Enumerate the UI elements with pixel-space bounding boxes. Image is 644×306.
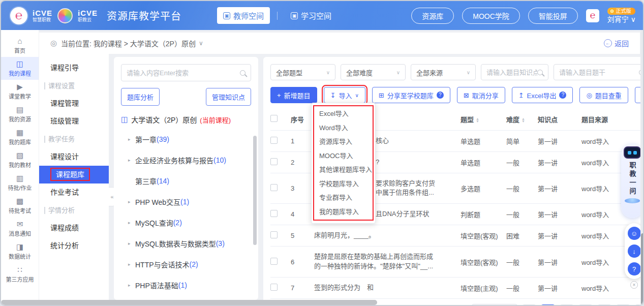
menu-item[interactable]: 课程设计 (39, 148, 109, 166)
sidebar-item-pending-exams[interactable]: ▩ 待批考试 (1, 194, 39, 217)
sidebar-item-my-textbooks[interactable]: ▧ 我的教材 (1, 148, 39, 171)
resource-library-link[interactable]: 资源库 (411, 8, 454, 24)
source-select[interactable]: 全部来源 ∨ (411, 64, 476, 80)
question-stem[interactable]: 楚辞是屈原在楚歌的基础上再创造而形成 的一种独特的新诗体。"楚辞体"又叫"__.… (314, 247, 461, 278)
username[interactable]: 刘宵宁 ∨ (607, 15, 636, 24)
menu-item[interactable]: 课程管理 (39, 95, 109, 112)
import-menu-item[interactable]: Excel导入 (312, 107, 375, 121)
search-icon[interactable] (240, 70, 246, 76)
help-icon[interactable]: ? (437, 91, 444, 99)
row-checkbox[interactable] (270, 258, 278, 265)
knowledge-search-input[interactable] (486, 69, 537, 76)
import-menu-item[interactable]: 学校题库导入 (312, 177, 375, 191)
difficulty-select[interactable]: 全部难度 ∨ (341, 64, 406, 80)
export-button[interactable]: ↥ Excel导出? (512, 87, 573, 103)
import-menu-item[interactable]: Word导入 (312, 121, 375, 135)
menu-item[interactable]: 作业考试 (39, 183, 109, 201)
mooc-college-link[interactable]: MOOC学院 (462, 8, 520, 24)
sidebar-item-home[interactable]: ⌂ 首页 (1, 34, 39, 57)
row-checkbox[interactable] (270, 184, 278, 191)
question-count: (1) (178, 281, 187, 289)
tree-scrollbar[interactable] (253, 136, 257, 245)
import-menu-item[interactable]: 其他课程题库导入 (312, 163, 375, 177)
smart-cast-link[interactable]: 智能投屏 (528, 8, 578, 24)
row-checkbox[interactable] (270, 231, 278, 238)
row-checkbox[interactable] (270, 284, 278, 291)
menu-item[interactable]: 课程成绩 (39, 219, 109, 237)
sidebar-item-pending-homework[interactable]: ▥ 待批/作业 (1, 171, 39, 194)
download-button[interactable]: ↓ (628, 244, 641, 258)
stem-search-input[interactable] (559, 69, 639, 76)
menu-item[interactable]: 课程引导 (39, 59, 109, 77)
menu-item[interactable]: 班级管理 (39, 112, 109, 130)
tree-node-label: MySQL查询 (135, 218, 173, 228)
col-difficulty[interactable]: 难度▲▼ (506, 109, 538, 130)
row-checkbox[interactable] (270, 137, 278, 144)
menu-item[interactable]: 课程题库 (39, 166, 109, 183)
row-checkbox[interactable] (270, 158, 278, 165)
expand-arrow-icon[interactable]: ▸ (128, 137, 135, 142)
plus-button[interactable]: + 新增题目 (270, 87, 317, 103)
bank-analysis-button[interactable]: 题库分析 (121, 88, 160, 106)
user-box[interactable]: 正式版 刘宵宁 ∨ (607, 8, 636, 24)
expand-arrow-icon[interactable]: ▸ (128, 220, 135, 225)
cancel-share-button[interactable]: ⊠ 取消分享 (457, 87, 505, 103)
manage-knowledge-button[interactable]: 管理知识点 (206, 88, 251, 106)
close-icon[interactable]: × (630, 281, 638, 289)
question-stem[interactable]: 床前明月光，____。 (314, 225, 461, 247)
col-knowledge: 知识点 (538, 109, 581, 130)
help-icon[interactable]: ? (559, 91, 566, 99)
expand-arrow-icon[interactable]: ▸ (128, 283, 135, 288)
tree-node[interactable]: ▸ 企业经济业务核算与报告(10) (121, 149, 251, 170)
expand-arrow-icon[interactable]: ▸ (128, 158, 135, 163)
vertical-scrollbar-thumb[interactable] (641, 233, 644, 304)
import-menu-item[interactable]: 资源库导入 (312, 135, 375, 149)
row-checkbox[interactable] (270, 210, 278, 217)
expand-arrow-icon[interactable]: ▸ (128, 241, 135, 246)
sidebar-item-classroom-teaching[interactable]: ▶ 课堂教学 (1, 80, 39, 103)
chevron-down-icon[interactable]: ∨ (199, 40, 203, 47)
tree-root[interactable]: ◫ 大学语文（2P）原创 (当前课程) (121, 114, 251, 125)
import-menu-item[interactable]: 我的题库导入 (312, 205, 375, 219)
menu-item[interactable]: 统计分析 (39, 237, 109, 255)
tree-node[interactable]: ▸ MySQL数据表与数据类型(3) (121, 233, 251, 254)
select-all-checkbox[interactable] (270, 115, 278, 122)
horizontal-scrollbar[interactable] (1, 300, 377, 305)
student-space-button[interactable]: ▣ 学习空间 (285, 7, 338, 24)
sidebar-item-third-party-apps[interactable]: ∷ 第三方应用 (1, 263, 39, 286)
tree-node[interactable]: ▸ HTTP与会话技术(2) (121, 254, 251, 274)
duplicate-check-button[interactable]: ◎ 题目查重 (579, 87, 628, 103)
question-type-select[interactable]: 全部题型 ∨ (270, 64, 335, 80)
sidebar-item-notifications[interactable]: ✉ 消息通知 (1, 217, 39, 240)
tree-search-input[interactable] (127, 69, 240, 77)
col-type[interactable]: 题型▲▼ (461, 109, 506, 130)
import-menu-item[interactable]: 专业群导入 (312, 191, 375, 205)
support-button[interactable]: ☺ (628, 227, 641, 240)
expand-arrow-icon[interactable]: ▸ (128, 199, 135, 204)
search-icon[interactable] (537, 70, 543, 75)
teacher-space-button[interactable]: ▣ 教师空间 (217, 7, 270, 24)
help-button[interactable]: ? (628, 262, 641, 276)
share-button[interactable]: ⊞ 分享至学校题库? (372, 87, 450, 103)
sidebar-item-my-courses[interactable]: ◫ 我的课程 (1, 57, 39, 80)
breadcrumb[interactable]: 当前位置: 我的课程 > 大学语文（2P）原创 (61, 38, 196, 48)
tree-node[interactable]: ▸ PHP Web交互(1) (121, 191, 251, 212)
mini-app-logo-icon[interactable]: ℮ (586, 9, 599, 22)
expand-arrow-icon[interactable]: ▸ (128, 262, 135, 267)
question-stem[interactable]: 签到的形式分为 和 (314, 277, 461, 298)
sidebar-item-my-question-bank[interactable]: ▦ 我的题库 (1, 126, 39, 148)
sort-icon[interactable]: ▲▼ (522, 118, 525, 123)
sort-icon[interactable]: ▲▼ (476, 118, 479, 123)
import-button[interactable]: ↧ 导入∨ (324, 87, 365, 103)
sidebar-item-my-resources[interactable]: ▤ 我的资源 (1, 103, 39, 126)
vertical-scrollbar[interactable] (640, 30, 644, 306)
per-page-select[interactable]: 10条/页∨ (472, 304, 517, 306)
tree-node[interactable]: ▸ 第一章(39) (121, 129, 251, 149)
import-menu-item[interactable]: MOOC导入 (312, 149, 375, 163)
question-difficulty: 一般 (506, 247, 538, 278)
tree-node[interactable]: ▸ PHP语法基础(1) (121, 274, 251, 295)
tree-node[interactable]: ▸ MySQL查询(2) (121, 212, 251, 233)
back-button[interactable]: ← 返回 (604, 38, 629, 48)
tree-node[interactable]: 第三章(14) (121, 170, 251, 191)
sidebar-item-data-statistics[interactable]: ◨ 数据统计 (1, 240, 39, 263)
